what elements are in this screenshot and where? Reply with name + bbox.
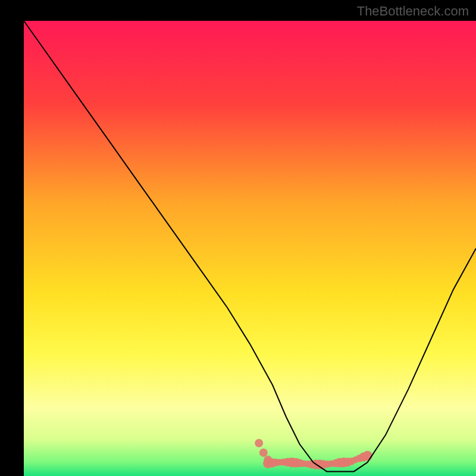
svg-point-28 [259, 449, 268, 457]
bottleneck-chart [0, 0, 476, 476]
chart-container: TheBottleneck.com [0, 0, 476, 476]
svg-point-27 [255, 439, 263, 447]
svg-point-26 [362, 451, 372, 461]
plot-background [24, 21, 476, 476]
svg-point-29 [264, 456, 272, 464]
watermark-label: TheBottleneck.com [357, 4, 469, 19]
